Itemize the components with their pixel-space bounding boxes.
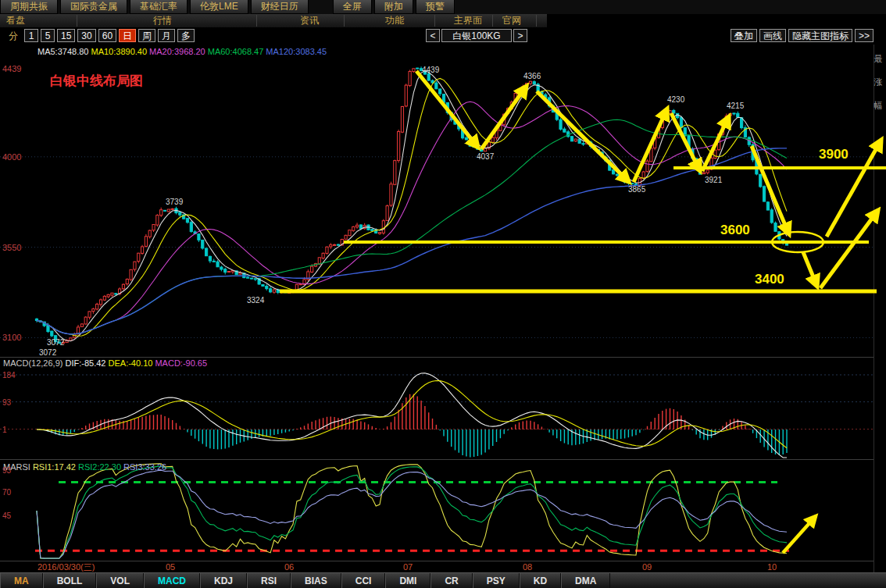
- indicator-tab-BIAS[interactable]: BIAS: [291, 573, 341, 588]
- indicator-tab-VOL[interactable]: VOL: [96, 573, 144, 588]
- menu-item-5[interactable]: 财经日历: [251, 0, 309, 14]
- symbol-nav: < 白银100KG >: [426, 29, 527, 42]
- x-date-05: 05: [166, 562, 175, 572]
- pivot-label-3072: 3072: [47, 338, 65, 347]
- pivot-label-4366: 4366: [523, 72, 541, 80]
- rsi1-line: [37, 464, 787, 558]
- indicator-tab-DMA[interactable]: DMA: [561, 573, 610, 588]
- period-button-5[interactable]: 5: [41, 29, 55, 42]
- period-button-多[interactable]: 多: [177, 29, 195, 42]
- pivot-label-3072: 3072: [39, 348, 57, 357]
- tool-button-3[interactable]: 隐藏主图指标: [788, 29, 852, 42]
- menu-item-1[interactable]: 周期共振: [0, 0, 58, 14]
- rsi-tick-45: 45: [2, 511, 12, 520]
- tool-button-2[interactable]: 画线: [759, 29, 786, 42]
- ma-legend: MA5:3748.80 MA10:3890.40 MA20:3968.20 MA…: [38, 47, 327, 56]
- y-tick-4439: 4439: [2, 64, 21, 73]
- indicator-tab-CR[interactable]: CR: [430, 573, 472, 588]
- period-button-月[interactable]: 月: [158, 29, 175, 42]
- nav-item-5[interactable]: 主界面: [454, 14, 482, 27]
- rsi2-line: [37, 466, 787, 558]
- menu-divider: [344, 15, 345, 27]
- rsi-legend: MARSI RSI1:17.42 RSI2:22.30 RSI3:33.26: [3, 462, 166, 472]
- next-symbol-button[interactable]: >: [513, 29, 527, 42]
- indicator-tab-KD[interactable]: KD: [520, 573, 561, 588]
- indicator-tab-PSY[interactable]: PSY: [473, 573, 520, 588]
- menu-item-7[interactable]: 附加: [374, 0, 413, 14]
- period-button-分[interactable]: 分: [5, 29, 22, 42]
- right-strip-char: 幅: [874, 101, 883, 110]
- indicator-tab-DMI[interactable]: DMI: [385, 573, 430, 588]
- indicator-tab-MACD[interactable]: MACD: [144, 573, 200, 588]
- chart-title: 白银中线布局图: [50, 73, 143, 88]
- prev-symbol-button[interactable]: <: [426, 29, 440, 42]
- x-date-06: 06: [284, 562, 294, 572]
- nav-item-6[interactable]: 官网: [502, 14, 521, 27]
- indicator-tabbar: MABOLLVOLMACDKDJRSIBIASCCIDMICRPSYKDDMA: [0, 572, 886, 588]
- ma60-line: [37, 119, 787, 334]
- y-tick-4000: 4000: [2, 152, 21, 162]
- x-date-07: 07: [403, 562, 413, 572]
- top-menu-row: 周期共振国际贵金属基础汇率伦敦LME财经日历全屏附加预警: [0, 0, 886, 14]
- menu-divider: [256, 15, 257, 27]
- indicator-tab-BOLL[interactable]: BOLL: [43, 573, 97, 588]
- macd-tick-93: 93: [2, 398, 12, 407]
- y-tick-3100: 3100: [2, 333, 21, 342]
- menu-divider: [536, 15, 537, 27]
- period-button-1[interactable]: 1: [24, 29, 38, 42]
- tool-button-1[interactable]: 叠加: [731, 29, 757, 42]
- macd-histogram: [37, 394, 787, 458]
- pivot-label-4439: 4439: [422, 66, 440, 74]
- macd-tick-1: 1: [2, 426, 7, 434]
- pivot-label-4230: 4230: [667, 95, 685, 104]
- menu-item-6[interactable]: 全屏: [333, 0, 372, 14]
- symbol-button[interactable]: 白银100KG: [441, 29, 512, 42]
- nav-item-4[interactable]: 功能: [385, 14, 404, 27]
- menu-item-2[interactable]: 国际贵金属: [60, 0, 127, 14]
- rsi3-line: [37, 470, 787, 558]
- right-strip-char: 涨: [874, 77, 883, 87]
- pivot-label-3324: 3324: [247, 296, 265, 305]
- indicator-tab-RSI[interactable]: RSI: [247, 573, 291, 588]
- period-button-15[interactable]: 15: [57, 29, 75, 42]
- menu-item-8[interactable]: 预警: [416, 0, 455, 14]
- level-label-3400: 3400: [755, 272, 784, 287]
- rsi-tick-70: 70: [2, 488, 12, 497]
- macd-tick-184: 184: [2, 371, 16, 380]
- menu-divider: [492, 15, 493, 27]
- chart-tool-buttons: 叠加画线隐藏主图指标>>: [731, 29, 873, 42]
- rsi-tick-93: 93: [2, 466, 12, 475]
- nav-item-1[interactable]: 看盘: [6, 14, 25, 27]
- indicator-tab-KDJ[interactable]: KDJ: [200, 573, 247, 588]
- nav-item-2[interactable]: 行情: [153, 14, 172, 27]
- x-date-10: 10: [767, 562, 777, 572]
- chart-area[interactable]: 390036003400MA5:3748.80 MA10:3890.40 MA2…: [0, 45, 886, 572]
- menu-item-3[interactable]: 基础汇率: [130, 0, 188, 14]
- pivot-label-3739: 3739: [166, 198, 184, 206]
- right-strip-char: 最: [874, 54, 883, 63]
- candlestick-series: [35, 66, 788, 344]
- menu-divider: [434, 15, 435, 27]
- macd-legend: MACD(12,26,9) DIF:-85.42 DEA:-40.10 MACD…: [3, 358, 207, 368]
- period-button-周[interactable]: 周: [138, 29, 155, 42]
- x-date-2016/03/30(三): 2016/03/30(三): [38, 562, 95, 572]
- menu-divider: [77, 15, 77, 27]
- period-button-30[interactable]: 30: [77, 29, 95, 42]
- period-toolbar: 分15153060日周月多 < 白银100KG > 叠加画线隐藏主图指标>>: [0, 27, 886, 45]
- y-tick-3550: 3550: [2, 243, 21, 252]
- price-chart-svg: 390036003400MA5:3748.80 MA10:3890.40 MA2…: [0, 45, 886, 572]
- indicator-tab-CCI[interactable]: CCI: [341, 573, 386, 588]
- pivot-label-4215: 4215: [727, 102, 745, 110]
- x-date-09: 09: [642, 562, 652, 572]
- level-label-3900: 3900: [819, 147, 848, 162]
- level-label-3600: 3600: [720, 223, 750, 237]
- indicator-tab-MA[interactable]: MA: [0, 573, 43, 588]
- period-button-60[interactable]: 60: [98, 29, 116, 42]
- nav-item-3[interactable]: 资讯: [300, 14, 319, 27]
- x-date-08: 08: [523, 562, 532, 572]
- secondary-menu-row: 看盘行情资讯功能主界面官网: [0, 14, 547, 28]
- period-button-日[interactable]: 日: [119, 29, 136, 42]
- menu-item-4[interactable]: 伦敦LME: [190, 0, 248, 14]
- tool-button-4[interactable]: >>: [855, 29, 873, 42]
- pivot-label-3921: 3921: [705, 176, 723, 184]
